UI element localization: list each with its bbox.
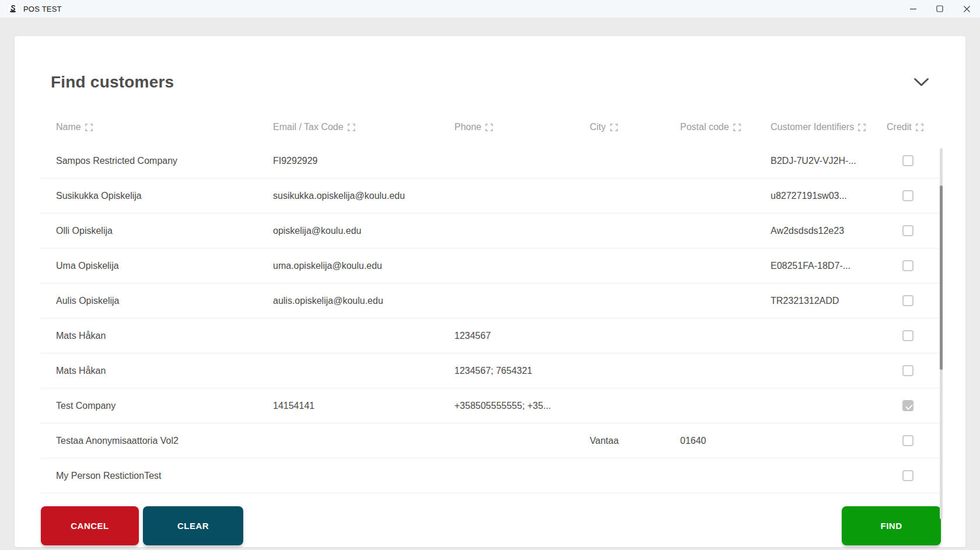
- close-button[interactable]: [953, 0, 980, 17]
- column-label: Postal code: [680, 122, 729, 132]
- credit-checkbox[interactable]: [902, 330, 914, 341]
- credit-checkbox[interactable]: [902, 260, 914, 271]
- cell-credit: [875, 295, 941, 306]
- table-row[interactable]: Uma Opiskelija uma.opiskelija@koulu.edu …: [41, 248, 941, 283]
- cell-customer-identifiers: E08251FA-18D7-...: [771, 261, 875, 271]
- cell-credit: [875, 400, 941, 411]
- cell-city: Vantaa: [590, 436, 680, 446]
- corner-brackets-icon[interactable]: [485, 124, 493, 131]
- credit-checkbox[interactable]: [902, 295, 914, 306]
- corner-brackets-icon[interactable]: [733, 124, 741, 131]
- vertical-scrollbar-thumb[interactable]: [940, 185, 943, 370]
- table-row[interactable]: Aulis Opiskelija aulis.opiskelija@koulu.…: [41, 283, 941, 318]
- cell-credit: [875, 155, 941, 166]
- footer-actions: CANCEL CLEAR FIND: [41, 506, 941, 545]
- column-label: City: [590, 122, 606, 132]
- cell-email: aulis.opiskelija@koulu.edu: [273, 296, 454, 306]
- cell-name: Test Company: [41, 401, 273, 411]
- cell-email: FI9292929: [273, 156, 454, 166]
- find-customers-panel: Find customers Name Email / Tax Code: [15, 36, 965, 547]
- credit-checkbox[interactable]: [902, 190, 914, 201]
- window-title: POS TEST: [23, 5, 62, 13]
- corner-brackets-icon[interactable]: [348, 124, 355, 131]
- credit-checkbox[interactable]: [902, 155, 914, 166]
- cell-customer-identifiers: TR2321312ADD: [771, 296, 875, 306]
- cell-customer-identifiers: Aw2dsdsds12e23: [771, 226, 875, 236]
- chevron-down-icon[interactable]: [914, 78, 929, 87]
- credit-checkbox[interactable]: [902, 225, 914, 236]
- column-header-credit[interactable]: Credit: [875, 122, 941, 132]
- corner-brackets-icon[interactable]: [858, 124, 866, 131]
- cell-name: Mats Håkan: [41, 331, 273, 341]
- table-row[interactable]: Sampos Restricted Company FI9292929 B2DJ…: [41, 143, 941, 178]
- clear-button[interactable]: CLEAR: [143, 506, 243, 545]
- table-row[interactable]: Susikukka Opiskelija susikukka.opiskelij…: [41, 178, 941, 213]
- cell-credit: [875, 225, 941, 236]
- credit-checkbox[interactable]: [902, 400, 914, 411]
- vertical-scrollbar-track[interactable]: [940, 148, 943, 519]
- cell-email: susikukka.opiskelija@koulu.edu: [273, 191, 454, 201]
- cell-phone: 1234567; 7654321: [454, 366, 590, 376]
- column-label: Phone: [454, 122, 481, 132]
- corner-brackets-icon[interactable]: [610, 124, 618, 131]
- table-row[interactable]: Mats Håkan 1234567; 7654321: [41, 353, 941, 388]
- column-label: Customer Identifiers: [771, 122, 854, 132]
- cell-phone: +358505555555; +35...: [454, 401, 590, 411]
- column-label: Name: [56, 122, 81, 132]
- cell-name: Aulis Opiskelija: [41, 296, 273, 306]
- cell-name: Mats Håkan: [41, 366, 273, 376]
- credit-checkbox[interactable]: [902, 365, 914, 376]
- cell-postal-code: 01640: [680, 436, 771, 446]
- column-header-name[interactable]: Name: [41, 122, 273, 132]
- titlebar: POS TEST: [0, 0, 980, 17]
- panel-header: Find customers: [51, 71, 929, 93]
- cell-customer-identifiers: u82727191sw03...: [771, 191, 875, 201]
- corner-brackets-icon[interactable]: [85, 124, 93, 131]
- cell-credit: [875, 470, 941, 481]
- cell-name: Sampos Restricted Company: [41, 156, 273, 166]
- credit-checkbox[interactable]: [902, 470, 914, 481]
- column-header-postal-code[interactable]: Postal code: [680, 122, 771, 132]
- cell-credit: [875, 365, 941, 376]
- page-title: Find customers: [51, 73, 174, 92]
- cell-email: uma.opiskelija@koulu.edu: [273, 261, 454, 271]
- column-header-phone[interactable]: Phone: [454, 122, 590, 132]
- table-row[interactable]: Testaa Anonymisaattoria Vol2 Vantaa 0164…: [41, 423, 941, 458]
- cell-name: Testaa Anonymisaattoria Vol2: [41, 436, 273, 446]
- column-label: Email / Tax Code: [273, 122, 344, 132]
- app-background: Find customers Name Email / Tax Code: [0, 17, 980, 550]
- cell-name: My Person RestictionTest: [41, 471, 273, 481]
- table-header: Name Email / Tax Code Phone City: [41, 120, 941, 134]
- table-row[interactable]: My Person RestictionTest: [41, 458, 941, 493]
- table-row[interactable]: Mats Håkan 1234567: [41, 318, 941, 353]
- cell-name: Uma Opiskelija: [41, 261, 273, 271]
- find-button[interactable]: FIND: [842, 506, 941, 545]
- column-label: Credit: [887, 122, 912, 132]
- cell-credit: [875, 330, 941, 341]
- cell-credit: [875, 190, 941, 201]
- minimize-button[interactable]: [900, 0, 926, 17]
- maximize-button[interactable]: [926, 0, 953, 17]
- cell-name: Olli Opiskelija: [41, 226, 273, 236]
- table-row[interactable]: Test Company 14154141 +358505555555; +35…: [41, 388, 941, 423]
- cell-credit: [875, 435, 941, 446]
- cell-email: opiskelija@koulu.edu: [273, 226, 454, 236]
- cancel-button[interactable]: CANCEL: [41, 506, 139, 545]
- cell-customer-identifiers: B2DJ-7U2V-VJ2H-...: [771, 156, 875, 166]
- app-logo-icon: [8, 3, 18, 14]
- column-header-email[interactable]: Email / Tax Code: [273, 122, 454, 132]
- column-header-customer-identifiers[interactable]: Customer Identifiers: [771, 122, 875, 132]
- credit-checkbox[interactable]: [902, 435, 914, 446]
- table-body: Sampos Restricted Company FI9292929 B2DJ…: [41, 143, 965, 493]
- column-header-city[interactable]: City: [590, 122, 680, 132]
- table-row[interactable]: Olli Opiskelija opiskelija@koulu.edu Aw2…: [41, 213, 941, 248]
- cell-email: 14154141: [273, 401, 454, 411]
- cell-phone: 1234567: [454, 331, 590, 341]
- corner-brackets-icon[interactable]: [916, 124, 923, 131]
- cell-credit: [875, 260, 941, 271]
- cell-name: Susikukka Opiskelija: [41, 191, 273, 201]
- window-controls: [900, 0, 980, 17]
